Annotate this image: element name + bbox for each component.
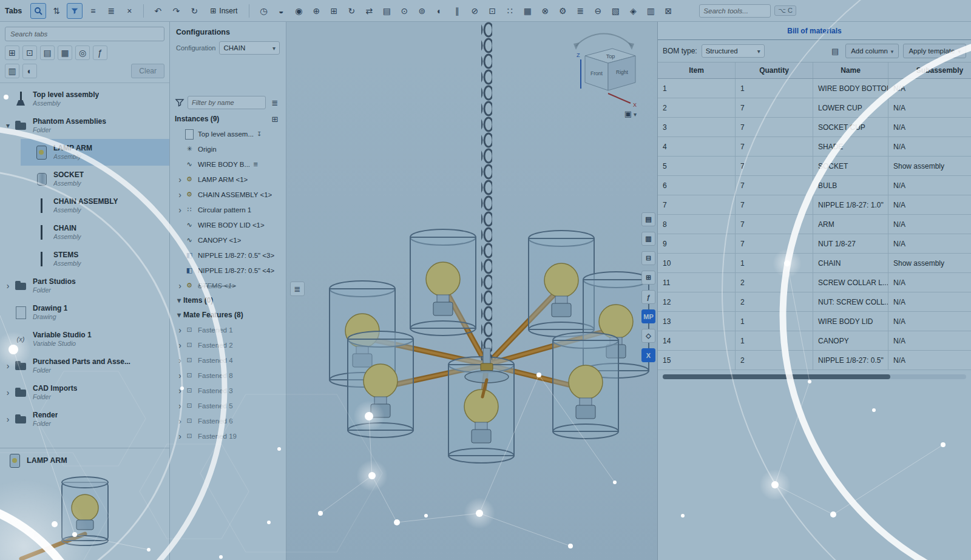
insert-button[interactable]: ⊞ Insert [205,3,243,19]
bom-row[interactable]: 2 7 LOWER CUP N/A [658,98,971,118]
tree-item[interactable]: LAMP ARM Assembly [21,139,169,166]
bom-row[interactable]: 8 7 ARM N/A [658,215,971,234]
instance-row[interactable]: ⚙ LAMP ARM <1> [170,172,286,187]
new-part-studio-icon[interactable]: ⊞ [5,46,19,60]
mate-feature-row[interactable]: ⊡ Fastened 4 [170,353,286,368]
ball-mate-icon[interactable]: ◐ [431,3,447,19]
bom-row[interactable]: 1 1 WIRE BODY BOTTOM N/A [658,79,971,98]
tree-item[interactable]: Part Studios Folder [0,272,169,299]
list-options-icon[interactable]: ≣ [269,96,281,109]
add-column-button[interactable]: Add column [845,44,899,58]
instance-row[interactable]: ∿ WIRE BODY B... ≣ [170,157,286,172]
mate-feature-row[interactable]: ⊡ Fastened 19 [170,428,286,444]
mate-feature-row[interactable]: ⊡ Fastened 3 [170,383,286,398]
chevron-icon[interactable] [176,190,184,200]
tree-item[interactable]: CAD Imports Folder [0,379,169,406]
bom-row[interactable]: 11 2 SCREW COLLAR L... N/A [658,273,971,292]
exploded-view-icon[interactable]: ◈ [625,3,641,19]
sync-icon[interactable]: ↻ [186,3,202,19]
chevron-right-icon[interactable] [176,416,184,426]
chevron-right-icon[interactable] [176,371,184,380]
list-view-icon[interactable]: ≣ [103,3,119,19]
bom-horizontal-scrollbar[interactable] [663,374,966,379]
bom-tool-icon[interactable]: ▥ [643,3,658,19]
parallel-mate-icon[interactable]: ∥ [449,3,465,19]
bom-col-subassembly[interactable]: Subassembly [888,62,971,78]
instance-row[interactable]: ◧ NIPPLE 1/8-27: 0.5" <4> [170,263,286,278]
view-cube-menu-button[interactable]: ▣ [621,107,640,120]
view-cube-top-label[interactable]: Top [606,53,615,59]
instance-row[interactable]: ⚙ STEMS <1> [170,278,286,293]
chevron-icon[interactable] [4,361,12,371]
mate-feature-row[interactable]: ⊡ Fastened 8 [170,368,286,383]
close-panel-icon[interactable]: × [121,3,137,19]
chevron-right-icon[interactable] [176,325,184,335]
tree-item[interactable]: Purchased Parts and Asse... Folder [0,353,169,379]
bom-row[interactable]: 3 7 SOCKET CUP N/A [658,118,971,137]
search-tools-input[interactable] [699,4,771,18]
replicate-icon[interactable]: ▦ [519,3,535,19]
bom-col-quantity[interactable]: Quantity [736,62,813,78]
belt-relation-icon[interactable]: ⊗ [537,3,553,19]
import-image-icon[interactable]: ▦ [58,46,72,60]
chevron-icon[interactable] [176,175,184,184]
bom-type-select[interactable]: Structured [702,44,765,58]
appearance-panel-icon[interactable]: ▥ [641,232,655,246]
bom-row[interactable]: 14 1 CANOPY N/A [658,331,971,351]
undo-icon[interactable]: ↶ [150,3,166,19]
menu-icon[interactable]: ≡ [85,3,101,19]
display-states-icon[interactable]: ▧ [607,3,623,19]
bom-col-name[interactable]: Name [813,62,888,78]
named-views-icon[interactable]: ◉ [291,3,306,19]
instance-row[interactable]: ◧ NIPPLE 1/8-27: 0.5" <3> [170,248,286,263]
new-table-icon[interactable]: ▥ [5,64,19,78]
cylindrical-mate-icon[interactable]: ⊙ [396,3,412,19]
bom-row[interactable]: 5 7 SOCKET Show assembly [658,157,971,176]
bom-row[interactable]: 15 2 NIPPLE 1/8-27: 0.5" N/A [658,351,971,370]
measure-icon[interactable]: ◷ [255,3,271,19]
bom-row[interactable]: 6 7 BULB N/A [658,176,971,195]
instance-row[interactable]: ∿ CANOPY <1> [170,232,286,248]
view-cube-right-label[interactable]: Right [616,69,628,75]
bom-col-item[interactable]: Item [658,62,736,78]
search-tabs-icon[interactable] [30,3,46,19]
hole-tool-icon[interactable]: ⊠ [660,3,676,19]
variables-panel-icon[interactable]: ƒ [641,290,655,304]
bom-row[interactable]: 12 2 NUT: SCREW COLL... N/A [658,292,971,312]
screw-relation-icon[interactable]: ⊖ [590,3,606,19]
pattern-icon[interactable]: ∷ [502,3,518,19]
instance-row[interactable]: ⚙ CHAIN ASSEMBLY <1> [170,187,286,202]
bom-export-icon[interactable]: ▤ [829,45,841,57]
new-drawing-icon[interactable]: ▤ [40,46,55,60]
chevron-right-icon[interactable] [176,340,184,350]
mate-feature-row[interactable]: ⊡ Fastened 6 [170,413,286,428]
items-header[interactable]: Items (0) [170,293,286,308]
clear-filter-button[interactable]: Clear [131,64,164,78]
chevron-right-icon[interactable] [176,401,184,411]
chevron-right-icon[interactable] [176,431,184,441]
mate-feature-row[interactable]: ⊡ Fastened 2 [170,337,286,353]
sort-tabs-icon[interactable]: ⇅ [49,3,64,19]
bom-row[interactable]: 4 7 SHADE N/A [658,137,971,157]
chevron-icon[interactable] [176,205,184,215]
mate-features-header[interactable]: Mate Features (8) [170,308,286,322]
filter-by-name-input[interactable] [188,96,266,109]
chevron-right-icon[interactable] [176,386,184,396]
chevron-right-icon[interactable] [176,356,184,365]
tree-item[interactable]: Drawing 1 Drawing [0,299,169,326]
instance-row[interactable]: Top level assem... ↧ [170,126,286,141]
chevron-icon[interactable] [176,281,184,291]
box-select-icon[interactable]: ◇ [641,329,655,343]
apply-template-button[interactable]: Apply template [903,44,966,58]
tree-item[interactable]: Phantom Assemblies Folder [0,112,169,139]
mp-panel-icon[interactable]: MP [641,309,655,323]
bom-row[interactable]: 9 7 NUT 1/8-27 N/A [658,234,971,254]
tree-item[interactable]: CHAIN ASSEMBLY Assembly [21,192,169,219]
new-feature-studio-icon[interactable]: ƒ [93,46,107,60]
configuration-select[interactable]: CHAIN [219,41,280,55]
tree-item[interactable]: STEMS Assembly [21,246,169,272]
section-view-icon[interactable]: ◒ [273,3,289,19]
view-list-button[interactable]: ≣ [290,282,305,296]
view-cube-front-label[interactable]: Front [590,70,603,76]
scan-icon[interactable]: ◎ [75,46,90,60]
